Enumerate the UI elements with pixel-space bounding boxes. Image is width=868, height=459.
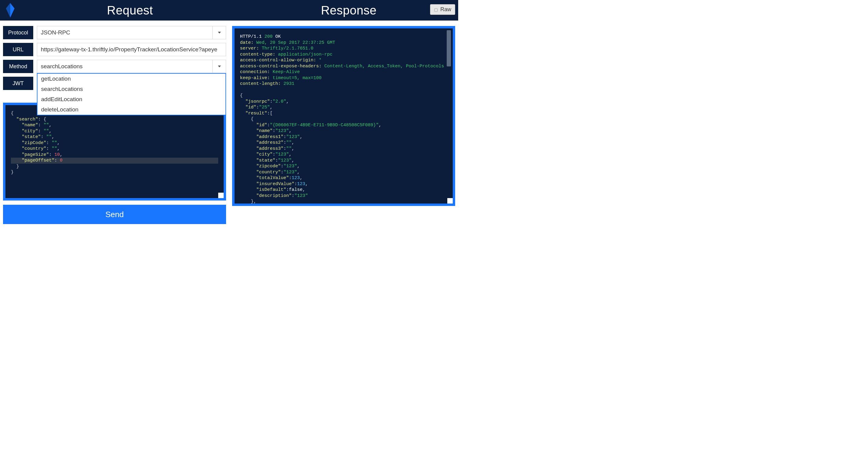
url-value: https://gateway-tx-1.thriftly.io/Propert… xyxy=(41,46,217,53)
request-body-panel: { "search": { "name": "", "city": "", "s… xyxy=(3,103,226,200)
protocol-label: Protocol xyxy=(3,26,33,39)
app-logo xyxy=(0,0,21,21)
protocol-select[interactable]: JSON-RPC xyxy=(37,26,226,39)
method-select[interactable]: searchLocations xyxy=(37,60,226,73)
method-label: Method xyxy=(3,60,33,73)
method-option[interactable]: getLocation xyxy=(37,74,225,84)
url-label: URL xyxy=(3,43,33,56)
topbar: Request Response ▢ Raw xyxy=(0,0,458,21)
request-column: Protocol JSON-RPC URL https://gateway-tx… xyxy=(3,26,226,224)
response-body-viewer[interactable]: HTTP/1.1 200 OKdate: Wed, 20 Sep 2017 22… xyxy=(235,28,453,203)
chevron-down-icon xyxy=(218,66,221,67)
send-label: Send xyxy=(105,210,124,219)
response-title: Response xyxy=(239,4,458,17)
method-option[interactable]: deleteLocation xyxy=(37,104,225,115)
url-input[interactable]: https://gateway-tx-1.thriftly.io/Propert… xyxy=(37,43,226,56)
url-row: URL https://gateway-tx-1.thriftly.io/Pro… xyxy=(3,43,226,56)
request-body-editor[interactable]: { "search": { "name": "", "city": "", "s… xyxy=(5,105,224,198)
raw-label: Raw xyxy=(440,6,451,13)
response-column: HTTP/1.1 200 OKdate: Wed, 20 Sep 2017 22… xyxy=(232,26,455,224)
protocol-value: JSON-RPC xyxy=(41,29,70,36)
raw-toggle-button[interactable]: ▢ Raw xyxy=(430,4,455,15)
response-body-panel: HTTP/1.1 200 OKdate: Wed, 20 Sep 2017 22… xyxy=(232,26,455,206)
protocol-caret[interactable] xyxy=(213,26,226,39)
method-value: searchLocations xyxy=(41,63,83,70)
chevron-down-icon xyxy=(218,32,221,34)
method-option[interactable]: searchLocations xyxy=(37,84,225,94)
resize-handle-icon[interactable] xyxy=(447,198,453,203)
clipboard-icon: ▢ xyxy=(434,7,438,12)
request-title: Request xyxy=(21,4,239,17)
diamond-icon xyxy=(5,3,16,18)
method-row: Method searchLocations getLocationsearch… xyxy=(3,60,226,73)
method-dropdown: getLocationsearchLocationsaddEditLocatio… xyxy=(37,73,226,116)
scrollbar[interactable] xyxy=(447,30,451,66)
send-button[interactable]: Send xyxy=(3,205,226,224)
jwt-label: JWT xyxy=(3,77,33,90)
svg-marker-1 xyxy=(6,3,10,18)
method-caret[interactable] xyxy=(213,60,226,73)
resize-handle-icon[interactable] xyxy=(218,193,224,198)
method-option[interactable]: addEditLocation xyxy=(37,94,225,104)
protocol-row: Protocol JSON-RPC xyxy=(3,26,226,39)
